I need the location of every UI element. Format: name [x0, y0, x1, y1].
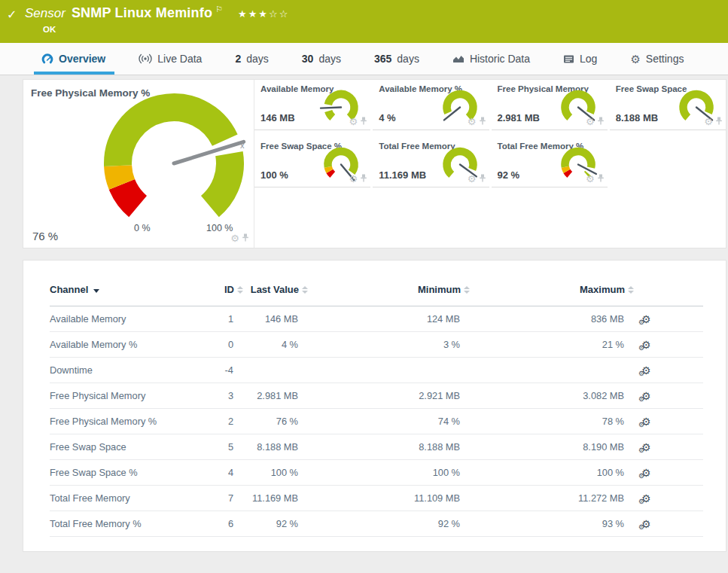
column-header-id[interactable]: ID: [190, 280, 243, 306]
channel-name[interactable]: Free Swap Space %: [50, 460, 190, 486]
primary-gauge-value: 76 %: [32, 230, 58, 242]
channel-maximum: 836 MB: [470, 306, 634, 332]
column-header-last-value[interactable]: Last Value: [243, 280, 308, 306]
channel-settings-gears-icon[interactable]: ⚙⚙: [641, 519, 651, 529]
tab-historic-data[interactable]: Historic Data: [452, 43, 530, 75]
gauge-settings-gear-icon[interactable]: ⚙: [468, 174, 477, 184]
log-icon: [563, 54, 574, 64]
tab-365-days[interactable]: 365days: [374, 43, 419, 75]
tab-2-days[interactable]: 2days: [235, 43, 268, 75]
mini-gauge-grid: Available Memory 146 MB ⚙ Available Memo…: [254, 80, 726, 248]
mini-gauge-card[interactable]: Available Memory % 4 % ⚙: [373, 80, 489, 130]
channel-minimum: 74 %: [308, 409, 470, 434]
channel-maximum: 100 %: [470, 460, 634, 486]
table-row: Downtime -4 ⚙⚙: [50, 358, 703, 383]
status-ok-check-icon: ✓: [7, 5, 25, 43]
channel-settings-gears-icon[interactable]: ⚙⚙: [641, 365, 651, 376]
tab-label: Settings: [646, 53, 684, 65]
gauge-max-label: 100 %: [206, 223, 233, 233]
priority-stars[interactable]: ★★★☆☆: [238, 8, 289, 20]
tab-overview[interactable]: Overview: [41, 43, 105, 75]
column-header-minimum[interactable]: Minimum: [308, 280, 470, 306]
tab-log[interactable]: Log: [563, 43, 597, 75]
pin-icon[interactable]: [242, 231, 249, 245]
sensor-title: SNMP Linux Meminfo: [72, 5, 212, 21]
channel-settings-gears-icon[interactable]: ⚙⚙: [641, 391, 651, 401]
gauge-settings-gear-icon[interactable]: ⚙: [586, 117, 595, 126]
tab-bar: OverviewLive Data2days30days365daysHisto…: [0, 43, 728, 75]
table-row: Free Physical Memory 3 2.981 MB 2.921 MB…: [50, 383, 703, 409]
channel-id: 4: [190, 460, 243, 486]
channel-settings-gears-icon[interactable]: ⚙⚙: [641, 468, 651, 478]
pin-icon[interactable]: [360, 172, 367, 185]
table-row: Available Memory 1 146 MB 124 MB 836 MB …: [50, 306, 703, 332]
gauge-settings-gear-icon[interactable]: ⚙: [704, 117, 713, 126]
channel-minimum: 8.188 MB: [308, 434, 470, 460]
tab-30-days[interactable]: 30days: [302, 43, 341, 75]
table-row: Total Free Memory % 6 92 % 92 % 93 % ⚙⚙: [50, 511, 703, 537]
table-row: Available Memory % 0 4 % 3 % 21 % ⚙⚙: [50, 332, 703, 358]
mini-gauge-value: 2.981 MB: [498, 112, 540, 123]
gauge-settings-gear-icon[interactable]: ⚙: [230, 233, 239, 243]
pin-icon[interactable]: [360, 114, 367, 128]
mini-gauge-card[interactable]: Free Swap Space 8.188 MB ⚙: [610, 80, 726, 130]
pin-icon[interactable]: [479, 114, 486, 128]
channel-name[interactable]: Free Physical Memory: [50, 383, 190, 409]
channel-settings-gears-icon[interactable]: ⚙⚙: [641, 493, 651, 504]
channel-last-value: 76 %: [243, 409, 308, 434]
stars-empty[interactable]: ☆☆: [269, 8, 289, 20]
column-header-actions: [634, 280, 703, 306]
channel-name[interactable]: Total Free Memory: [50, 486, 190, 511]
stars-filled[interactable]: ★★★: [238, 8, 269, 20]
channel-settings-gears-icon[interactable]: ⚙⚙: [641, 314, 651, 325]
sensor-header: ✓ Sensor SNMP Linux Meminfo ⚐ ★★★☆☆ OK: [0, 0, 728, 43]
object-type-label: Sensor: [25, 6, 65, 21]
mini-gauge-card[interactable]: Free Physical Memory 2.981 MB ⚙: [492, 80, 608, 130]
channel-settings-gears-icon[interactable]: ⚙⚙: [641, 340, 651, 350]
mini-gauge-card[interactable]: Total Free Memory % 92 % ⚙: [492, 137, 608, 187]
channel-settings-gears-icon[interactable]: ⚙⚙: [641, 442, 651, 453]
table-row: Free Swap Space 5 8.188 MB 8.188 MB 8.19…: [50, 434, 703, 460]
gauge-settings-gear-icon[interactable]: ⚙: [349, 174, 358, 184]
channel-last-value: 2.981 MB: [243, 383, 308, 409]
channel-name[interactable]: Available Memory %: [50, 332, 190, 358]
tab-live-data[interactable]: Live Data: [139, 43, 202, 75]
sort-arrows-icon: [464, 286, 470, 294]
channel-minimum: 100 %: [308, 460, 470, 486]
channel-minimum: 11.109 MB: [308, 486, 470, 511]
channel-id: 7: [190, 486, 243, 511]
gauge-settings-gear-icon[interactable]: ⚙: [586, 174, 595, 184]
channel-name[interactable]: Available Memory: [50, 306, 190, 332]
table-row: Free Physical Memory % 2 76 % 74 % 78 % …: [50, 409, 703, 434]
column-header-maximum[interactable]: Maximum: [470, 280, 634, 306]
gauge-settings-gear-icon[interactable]: ⚙: [349, 117, 358, 126]
mini-gauge-value: 4 %: [379, 112, 395, 123]
pin-icon[interactable]: [597, 172, 605, 185]
channel-id: 1: [190, 306, 243, 332]
channel-last-value: 4 %: [243, 332, 308, 358]
channel-name[interactable]: Free Swap Space: [50, 434, 190, 460]
channel-name[interactable]: Downtime: [50, 358, 190, 383]
channel-minimum: 2.921 MB: [308, 383, 470, 409]
mini-gauge-card[interactable]: Free Swap Space % 100 % ⚙: [254, 137, 370, 187]
mini-gauge-card[interactable]: Available Memory 146 MB ⚙: [254, 80, 370, 130]
channel-minimum: 92 %: [308, 511, 470, 537]
channel-name[interactable]: Free Physical Memory %: [50, 409, 190, 434]
column-header-channel[interactable]: Channel: [50, 280, 190, 306]
flag-icon[interactable]: ⚐: [215, 5, 223, 14]
pin-icon[interactable]: [715, 114, 723, 128]
channel-settings-gears-icon[interactable]: ⚙⚙: [641, 416, 651, 427]
channel-maximum: 93 %: [470, 511, 634, 537]
gauge-settings-gear-icon[interactable]: ⚙: [468, 117, 477, 126]
channel-name[interactable]: Total Free Memory %: [50, 511, 190, 537]
channel-id: 5: [190, 434, 243, 460]
pin-icon[interactable]: [479, 172, 486, 185]
mini-gauge-card[interactable]: Total Free Memory 11.169 MB ⚙: [373, 137, 489, 187]
primary-channel-gauge-card[interactable]: Free Physical Memory % x̄ 0 % 100 % 76 %…: [23, 80, 254, 248]
primary-gauge: [99, 90, 249, 230]
pin-icon[interactable]: [597, 114, 605, 128]
tab-settings[interactable]: ⚙Settings: [630, 43, 684, 75]
sort-arrows-icon: [237, 286, 243, 294]
channel-minimum: [308, 358, 470, 383]
historic-chart-icon: [452, 53, 465, 64]
